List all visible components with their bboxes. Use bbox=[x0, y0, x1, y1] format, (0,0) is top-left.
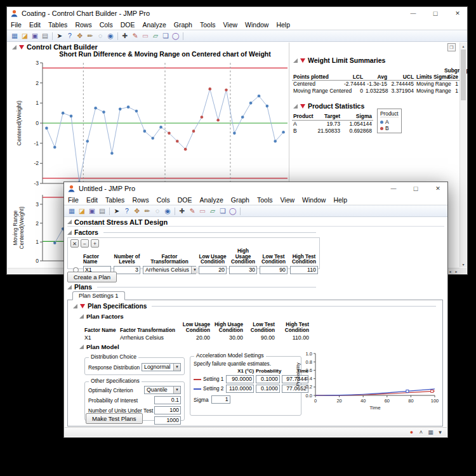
brush-icon[interactable]: ✏ bbox=[85, 30, 95, 41]
units-under-test-input[interactable]: 100 bbox=[154, 406, 181, 414]
menu-analyze[interactable]: Analyze bbox=[138, 21, 169, 29]
setting2-probability-input[interactable]: 0.1000 bbox=[256, 385, 280, 393]
tab-plan-settings-1[interactable]: Plan Settings 1 bbox=[72, 291, 125, 300]
response-distribution-select[interactable]: Lognormal▼ bbox=[142, 363, 181, 371]
titlebar[interactable]: Coating - Control Chart Builder - JMP Pr… bbox=[7, 7, 467, 20]
close-icon[interactable] bbox=[428, 183, 447, 195]
chevron-down-icon[interactable]: ▼ bbox=[191, 267, 198, 274]
lasso-icon[interactable]: ◌ bbox=[152, 206, 162, 216]
legend-item[interactable]: A bbox=[380, 119, 399, 125]
menu-graph[interactable]: Graph bbox=[170, 21, 196, 29]
help-icon[interactable]: ? bbox=[122, 206, 132, 216]
high-test-condition-input[interactable]: 110 bbox=[290, 266, 318, 274]
annotate-icon[interactable]: ✎ bbox=[130, 30, 140, 41]
disclosure-triangle-icon[interactable] bbox=[67, 220, 72, 224]
red-triangle-menu-icon[interactable] bbox=[80, 304, 85, 308]
caret-down-icon[interactable]: ▾ bbox=[436, 429, 444, 435]
magnifier-icon[interactable]: ◉ bbox=[105, 30, 116, 41]
create-a-plan-button[interactable]: Create a Plan bbox=[67, 272, 117, 282]
disclosure-triangle-icon[interactable] bbox=[79, 345, 84, 349]
oval-icon[interactable]: ◯ bbox=[171, 30, 181, 41]
maximize-icon[interactable] bbox=[406, 183, 425, 195]
chevron-down-icon[interactable]: ▼ bbox=[173, 364, 180, 371]
menu-cols[interactable]: Cols bbox=[96, 21, 117, 29]
alert-circle-icon[interactable]: ● bbox=[407, 429, 416, 435]
plus-icon[interactable]: + bbox=[91, 239, 99, 248]
arrow-cursor-icon[interactable]: ➤ bbox=[55, 30, 65, 41]
scrollbar-thumb[interactable] bbox=[461, 50, 466, 100]
menu-tools[interactable]: Tools bbox=[253, 196, 277, 204]
make-test-plans-button[interactable]: Make Test Plans bbox=[86, 413, 143, 424]
grabber-hand-icon[interactable]: ✥ bbox=[132, 206, 142, 216]
polygon-icon[interactable]: ▱ bbox=[208, 206, 218, 216]
eraser-icon[interactable]: ▭ bbox=[140, 30, 150, 41]
callout-icon[interactable]: ❏ bbox=[218, 206, 228, 216]
magnifier-icon[interactable]: ◉ bbox=[162, 206, 173, 216]
menu-file[interactable]: File bbox=[7, 21, 25, 29]
probability-of-interest-input[interactable]: 0.1 bbox=[154, 396, 181, 404]
chevron-down-icon[interactable]: ▼ bbox=[173, 387, 180, 393]
number-of-levels-input[interactable]: 3 bbox=[114, 266, 140, 274]
disclosure-triangle-icon[interactable] bbox=[67, 230, 72, 235]
oval-icon[interactable]: ◯ bbox=[228, 206, 238, 216]
disclosure-triangle-icon[interactable] bbox=[67, 285, 72, 289]
red-triangle-menu-icon[interactable] bbox=[300, 58, 305, 63]
disclosure-triangle-icon[interactable] bbox=[293, 104, 298, 109]
menu-rows[interactable]: Rows bbox=[71, 21, 95, 29]
print-icon[interactable]: ▤ bbox=[40, 30, 50, 41]
setting2-x1-input[interactable]: 110.0000 bbox=[226, 385, 254, 393]
new-data-table-icon[interactable]: ▦ bbox=[10, 30, 20, 41]
disclosure-triangle-icon[interactable] bbox=[79, 314, 84, 319]
callout-icon[interactable]: ❏ bbox=[161, 30, 171, 41]
new-data-table-icon[interactable]: ▦ bbox=[67, 206, 77, 216]
save-icon[interactable]: ▣ bbox=[30, 30, 40, 41]
minimize-icon[interactable] bbox=[404, 8, 423, 20]
grid-icon[interactable]: ▦ bbox=[426, 429, 435, 435]
print-icon[interactable]: ▤ bbox=[97, 206, 107, 216]
open-icon[interactable]: ◪ bbox=[20, 30, 30, 41]
vertical-scrollbar[interactable]: ▴ ▾ bbox=[459, 43, 466, 267]
menu-graph[interactable]: Graph bbox=[227, 196, 253, 204]
disclosure-triangle-icon[interactable] bbox=[293, 58, 298, 63]
brush-icon[interactable]: ✏ bbox=[142, 206, 152, 216]
menu-doe[interactable]: DOE bbox=[174, 196, 196, 204]
menu-doe[interactable]: DOE bbox=[117, 21, 139, 29]
menu-window[interactable]: Window bbox=[298, 196, 329, 204]
menu-file[interactable]: File bbox=[64, 196, 83, 204]
high-usage-condition-input[interactable]: 30 bbox=[229, 266, 257, 274]
scroll-up-icon[interactable]: ▴ bbox=[460, 43, 466, 49]
menu-tables[interactable]: Tables bbox=[44, 21, 71, 29]
low-usage-condition-input[interactable]: 20 bbox=[199, 266, 227, 274]
menu-cols[interactable]: Cols bbox=[153, 196, 174, 204]
open-icon[interactable]: ◪ bbox=[77, 206, 87, 216]
delete-icon[interactable]: ✕ bbox=[70, 239, 79, 248]
scroll-down-icon[interactable]: ▾ bbox=[460, 261, 466, 267]
low-test-condition-input[interactable]: 90 bbox=[260, 266, 288, 274]
menu-view[interactable]: View bbox=[219, 21, 241, 29]
minus-icon[interactable]: − bbox=[81, 239, 89, 248]
failure-probability-chart[interactable]: 0.00.20.40.60.81.0020406080100TimeProbab… bbox=[294, 348, 440, 413]
setting1-x1-input[interactable]: 90.0000 bbox=[226, 375, 254, 383]
factor-transformation-select[interactable]: Arrhenius Celsius▼ bbox=[143, 266, 196, 274]
close-icon[interactable] bbox=[448, 8, 467, 20]
setting1-probability-input[interactable]: 0.1000 bbox=[256, 375, 280, 383]
menu-window[interactable]: Window bbox=[241, 21, 272, 29]
eraser-icon[interactable]: ▭ bbox=[197, 206, 208, 216]
crosshair-icon[interactable]: ✚ bbox=[177, 206, 187, 216]
red-triangle-menu-icon[interactable] bbox=[300, 104, 305, 109]
titlebar[interactable]: Untitled - JMP Pro bbox=[64, 182, 447, 195]
menu-tools[interactable]: Tools bbox=[196, 21, 220, 29]
scroll-right-icon[interactable]: ▸ bbox=[453, 268, 459, 274]
optimality-criterion-select[interactable]: Quantile▼ bbox=[144, 386, 181, 394]
sigma-input[interactable]: 1 bbox=[211, 395, 230, 404]
menu-analyze[interactable]: Analyze bbox=[195, 196, 227, 204]
menu-edit[interactable]: Edit bbox=[83, 196, 102, 204]
control-chart[interactable]: Short Run Difference & Moving Range on C… bbox=[12, 49, 293, 187]
crosshair-icon[interactable]: ✚ bbox=[120, 30, 130, 41]
menu-tables[interactable]: Tables bbox=[102, 196, 128, 204]
legend-item[interactable]: B bbox=[380, 125, 399, 131]
annotate-icon[interactable]: ✎ bbox=[187, 206, 197, 216]
save-icon[interactable]: ▣ bbox=[87, 206, 97, 216]
menu-help[interactable]: Help bbox=[272, 21, 294, 29]
menu-edit[interactable]: Edit bbox=[25, 21, 44, 29]
